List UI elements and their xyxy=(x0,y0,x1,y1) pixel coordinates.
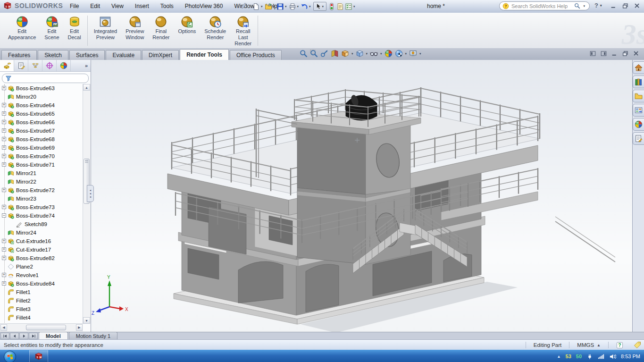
hide-show-items-dropdown-icon[interactable]: ▾ xyxy=(380,52,382,56)
tree-item-boss-extrude73[interactable]: +Boss-Extrude73 xyxy=(0,203,83,211)
tree-item-boss-extrude63[interactable]: +Boss-Extrude63 xyxy=(0,84,83,93)
open-folder-button[interactable] xyxy=(264,2,273,11)
edit-appearance-button[interactable]: EditAppearance xyxy=(4,14,40,41)
scroll-down-arrow[interactable]: ▼ xyxy=(83,317,90,324)
panel-tab-propertymanager[interactable] xyxy=(14,60,28,71)
display-style-button[interactable] xyxy=(355,49,364,58)
tree-vertical-scrollbar[interactable]: ▲ ▼ xyxy=(83,84,91,324)
close-button[interactable] xyxy=(634,3,640,9)
final-render-button[interactable]: FinalRender xyxy=(148,14,174,41)
last-tab-button[interactable] xyxy=(29,333,38,339)
tab-sketch[interactable]: Sketch xyxy=(38,50,68,60)
tree-item-mirror24[interactable]: Mirror24 xyxy=(0,228,83,237)
view-settings-dropdown-icon[interactable]: ▾ xyxy=(419,52,421,56)
doc-minimize-button[interactable] xyxy=(611,51,618,57)
tree-item-cut-extrude17[interactable]: +Cut-Extrude17 xyxy=(0,245,83,254)
tree-item-fillet1[interactable]: Fillet1 xyxy=(0,288,83,296)
expand-icon[interactable]: + xyxy=(2,239,6,243)
select-cursor-dropdown-icon[interactable]: ▾ xyxy=(322,5,324,8)
tree-item-sketch89[interactable]: Sketch89 xyxy=(0,220,83,228)
panel-tab-configurationmanager[interactable] xyxy=(28,60,42,71)
integrated-preview-button[interactable]: IntegratedPreview xyxy=(90,14,122,41)
scroll-up-arrow[interactable]: ▲ xyxy=(83,84,90,91)
previous-tab-button[interactable] xyxy=(10,333,19,339)
quick-tips-toggle[interactable]: ? xyxy=(608,342,631,348)
tree-item-boss-extrude67[interactable]: +Boss-Extrude67 xyxy=(0,126,83,135)
tab-surfaces[interactable]: Surfaces xyxy=(69,50,105,60)
tree-item-fillet4[interactable]: Fillet4 xyxy=(0,313,83,322)
help-dropdown-icon[interactable]: ▾ xyxy=(600,4,602,8)
network-signal-icon[interactable] xyxy=(598,353,604,360)
solidworks-taskbar-button[interactable]: SW xyxy=(29,350,48,362)
zoom-to-selection-button[interactable] xyxy=(320,49,329,58)
tag-button[interactable] xyxy=(631,342,644,348)
save-button[interactable] xyxy=(276,2,284,11)
taskpane-tab-view-palette[interactable] xyxy=(633,104,644,117)
edit-scene-button[interactable]: EditScene xyxy=(40,14,63,41)
print-dropdown-icon[interactable]: ▾ xyxy=(297,5,299,8)
search-dropdown-icon[interactable]: ▾ xyxy=(583,4,585,8)
zoom-to-fit-button[interactable] xyxy=(299,49,308,58)
pin-menu-icon[interactable] xyxy=(240,2,247,9)
tree-item-cut-extrude16[interactable]: +Cut-Extrude16 xyxy=(0,237,83,245)
tree-item-boss-extrude69[interactable]: +Boss-Extrude69 xyxy=(0,143,83,152)
tree-item-mirror20[interactable]: Mirror20 xyxy=(0,93,83,101)
units-selector[interactable]: MMGS ▲ xyxy=(569,342,608,348)
doc-tab-motion-study-1[interactable]: Motion Study 1 xyxy=(69,332,117,339)
first-tab-button[interactable] xyxy=(0,333,9,339)
new-doc-dropdown-icon[interactable]: ▾ xyxy=(261,5,263,8)
menu-view[interactable]: View xyxy=(106,0,129,12)
tab-render-tools[interactable]: Render Tools xyxy=(180,49,229,60)
tree-item-revolve1[interactable]: +Revolve1 xyxy=(0,271,83,279)
tree-item-boss-extrude74[interactable]: −Boss-Extrude74 xyxy=(0,211,83,220)
expand-icon[interactable]: + xyxy=(2,154,6,158)
scroll-right-arrow[interactable]: ▶ xyxy=(76,324,83,331)
taskpane-tab-solidworks-resources-home[interactable] xyxy=(633,61,644,74)
help-menu-button[interactable]: ? ▾ xyxy=(594,2,603,9)
expand-icon[interactable]: + xyxy=(2,145,6,150)
open-folder-dropdown-icon[interactable]: ▾ xyxy=(273,5,275,8)
expand-icon[interactable]: + xyxy=(2,103,6,107)
collapse-left-pane-icon[interactable] xyxy=(590,51,596,57)
zoom-to-area-button[interactable] xyxy=(309,49,318,58)
file-properties-button[interactable] xyxy=(336,2,344,11)
undo-dropdown-icon[interactable]: ▾ xyxy=(309,5,311,8)
tab-features[interactable]: Features xyxy=(1,50,37,60)
expand-icon[interactable]: + xyxy=(2,120,6,124)
view-orientation-dropdown-icon[interactable]: ▾ xyxy=(351,52,353,56)
collapse-right-pane-icon[interactable] xyxy=(601,51,607,57)
expand-icon[interactable]: + xyxy=(2,281,6,286)
panel-tab-displaymanager[interactable] xyxy=(57,60,71,71)
collapse-icon[interactable]: − xyxy=(2,213,6,218)
scroll-left-arrow[interactable]: ◀ xyxy=(0,324,7,331)
options-list-dropdown-icon[interactable]: ▾ xyxy=(353,5,355,8)
tree-item-mirror23[interactable]: Mirror23 xyxy=(0,194,83,203)
panel-tabs-overflow[interactable]: » xyxy=(71,60,91,71)
3d-building-model[interactable]: YXZ xyxy=(91,60,632,332)
doc-close-button[interactable] xyxy=(633,51,639,57)
options-button[interactable]: Options xyxy=(174,14,200,34)
tree-item-plane2[interactable]: Plane2 xyxy=(0,262,83,271)
units-dropdown-icon[interactable]: ▲ xyxy=(597,343,601,347)
filter-input[interactable] xyxy=(2,74,89,83)
tree-item-boss-extrude70[interactable]: +Boss-Extrude70 xyxy=(0,152,83,160)
tree-item-boss-extrude65[interactable]: +Boss-Extrude65 xyxy=(0,109,83,118)
new-doc-button[interactable] xyxy=(252,2,260,11)
panel-collapse-handle[interactable]: ◂◂◂ xyxy=(87,185,94,202)
taskpane-tab-appearances-scenes[interactable] xyxy=(633,118,644,131)
apply-scene-button[interactable] xyxy=(394,49,403,58)
tree-item-boss-extrude66[interactable]: +Boss-Extrude66 xyxy=(0,118,83,126)
show-hidden-icons[interactable]: ▲ xyxy=(557,354,561,359)
tree-item-mirror22[interactable]: Mirror22 xyxy=(0,177,83,186)
print-button[interactable] xyxy=(288,2,297,11)
save-dropdown-icon[interactable]: ▾ xyxy=(285,5,287,8)
tree-item-boss-extrude82[interactable]: +Boss-Extrude82 xyxy=(0,254,83,262)
tree-item-boss-extrude84[interactable]: +Boss-Extrude84 xyxy=(0,279,83,288)
preview-window-button[interactable]: PreviewWindow xyxy=(121,14,148,41)
menu-tools[interactable]: Tools xyxy=(155,0,179,12)
expand-icon[interactable]: + xyxy=(2,128,6,133)
tree-item-mirror21[interactable]: Mirror21 xyxy=(0,169,83,177)
hide-show-items-button[interactable] xyxy=(369,49,378,58)
expand-icon[interactable]: + xyxy=(2,247,6,252)
rebuild-stoplight-button[interactable] xyxy=(327,2,336,11)
